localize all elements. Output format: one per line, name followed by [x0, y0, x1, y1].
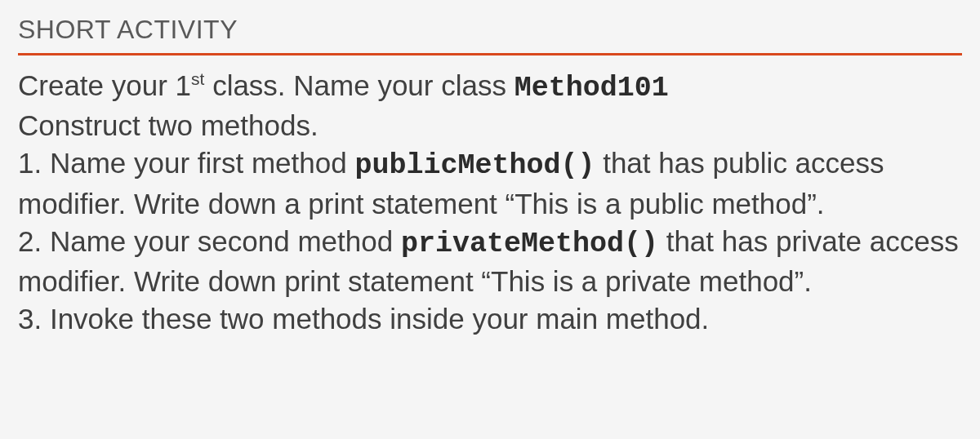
list-item-3: 3. Invoke these two methods inside your …	[18, 300, 962, 338]
list-item-1: 1. Name your first method publicMethod()…	[18, 144, 962, 222]
item2-prefix: 2. Name your second method	[18, 225, 401, 257]
construct-line: Construct two methods.	[18, 107, 962, 144]
class-name-code: Method101	[514, 72, 669, 104]
intro-part2: class. Name your class	[204, 69, 514, 101]
activity-heading: SHORT ACTIVITY	[18, 15, 962, 55]
item1-code: publicMethod()	[354, 149, 595, 182]
activity-content: Create your 1st class. Name your class M…	[18, 67, 962, 338]
item1-prefix: 1. Name your first method	[18, 147, 354, 179]
item2-code: privateMethod()	[401, 228, 658, 260]
intro-part1: Create your 1	[18, 69, 191, 101]
ordinal-suffix: st	[191, 69, 204, 88]
list-item-2: 2. Name your second method privateMethod…	[18, 223, 962, 300]
intro-line: Create your 1st class. Name your class M…	[18, 67, 962, 107]
